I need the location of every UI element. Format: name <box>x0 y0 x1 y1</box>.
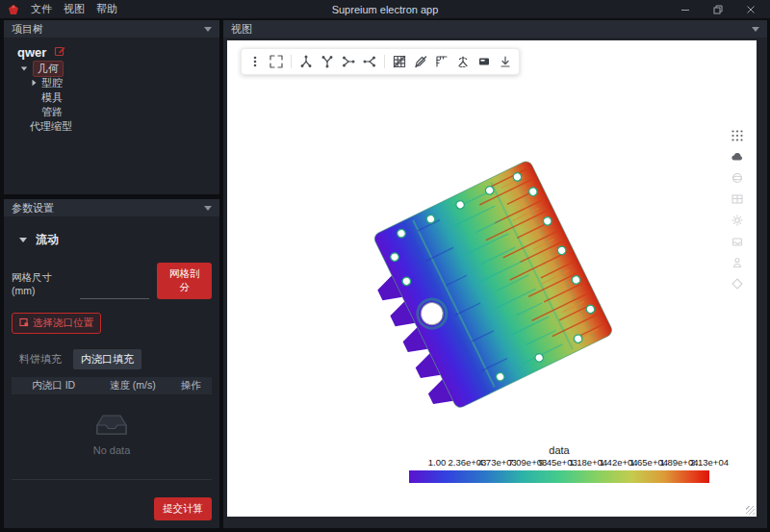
submit-calculation-button[interactable]: 提交计算 <box>154 497 212 520</box>
axes-measure-icon <box>455 54 471 69</box>
axis-view-4-icon <box>362 54 377 69</box>
reset-view-button[interactable] <box>267 52 286 71</box>
mesh-size-input[interactable] <box>80 281 149 299</box>
person-pin-icon[interactable] <box>731 256 744 269</box>
view-toolbar <box>241 48 520 75</box>
tree-item-geometry[interactable]: 几何 <box>20 62 212 75</box>
tree-item-piping[interactable]: 管路 <box>32 105 212 118</box>
gate-table-header: 内浇口 ID 速度 (m/s) 操作 <box>12 377 212 394</box>
section-title: 流动 <box>36 232 59 248</box>
axis-view-1-button[interactable] <box>296 52 316 71</box>
fill-tabs: 料饼填充 内浇口填充 <box>12 349 212 369</box>
colorbar-gradient <box>409 470 709 483</box>
divider <box>12 479 212 480</box>
diamond-icon[interactable] <box>731 277 744 291</box>
tree-item-cavity[interactable]: 型腔 <box>32 76 212 89</box>
scale-ruler-button[interactable] <box>432 52 451 71</box>
section-flow[interactable]: 流动 <box>19 232 212 248</box>
section-expand-icon[interactable] <box>19 238 27 242</box>
edit-icon[interactable] <box>54 45 65 60</box>
column-velocity: 速度 (m/s) <box>95 379 169 393</box>
axis-view-1-icon <box>298 54 314 69</box>
toolbar-separator <box>291 55 292 68</box>
axis-view-2-icon <box>320 54 335 69</box>
tab-inner-gate-fill[interactable]: 内浇口填充 <box>73 349 141 369</box>
tree-item-label: 型腔 <box>41 76 63 90</box>
axis-view-3-icon <box>341 54 356 69</box>
select-region-icon <box>19 317 29 329</box>
close-icon <box>746 5 756 14</box>
column-gate-id: 内浇口 ID <box>12 379 95 393</box>
dots-grid-icon[interactable] <box>731 129 744 142</box>
tab-biscuit-fill[interactable]: 料饼填充 <box>12 349 69 369</box>
gear-icon[interactable] <box>731 214 744 227</box>
project-tree: qwer 几何 型腔 模具 管路 代理缩型 <box>4 38 219 139</box>
scale-ruler-icon <box>434 54 449 69</box>
menu-help[interactable]: 帮助 <box>96 2 117 16</box>
mesh-size-label: 网格尺寸(mm) <box>12 271 70 299</box>
restore-button[interactable] <box>712 4 724 15</box>
axis-view-2-button[interactable] <box>318 52 337 71</box>
viewport-canvas[interactable]: data 1.00 2.36e+03 4.73e+03 7.09e+03 9.4… <box>227 40 757 517</box>
colorbar-tick: 2.13e+04 <box>690 457 729 468</box>
resize-handle-icon[interactable] <box>746 506 755 515</box>
menu-view[interactable]: 视图 <box>64 2 85 16</box>
tray-icon[interactable] <box>731 235 744 248</box>
select-gate-label: 选择浇口位置 <box>33 317 93 330</box>
kebab-menu-icon <box>247 54 263 69</box>
view-header[interactable]: 视图 <box>223 20 767 38</box>
pen-slash-icon <box>413 54 428 69</box>
tree-item-label: 代理缩型 <box>30 119 72 134</box>
screenshot-button[interactable] <box>475 52 494 71</box>
collapse-panel-icon[interactable] <box>204 27 212 32</box>
mesh-divide-button[interactable]: 网格剖分 <box>157 263 212 299</box>
project-name: qwer <box>17 45 46 60</box>
mesh-toggle-button[interactable] <box>390 52 409 71</box>
download-button[interactable] <box>496 52 515 71</box>
colorbar: data 1.00 2.36e+03 4.73e+03 7.09e+03 9.4… <box>409 444 709 483</box>
titlebar: Supreium electron app 文件 视图 帮助 <box>0 0 770 18</box>
toolbar-separator <box>384 55 385 68</box>
axis-view-4-button[interactable] <box>360 52 379 71</box>
view-title: 视图 <box>231 22 252 37</box>
colorbar-ticks: 1.00 2.36e+03 4.73e+03 7.09e+03 9.45e+03… <box>437 457 709 469</box>
table-grid-icon[interactable] <box>731 192 744 206</box>
params-panel: 参数设置 流动 网格尺寸(mm) 网格剖分 选择浇口位置 料饼填充 内浇口填充 … <box>4 199 219 528</box>
restore-icon <box>713 5 723 14</box>
select-gate-button[interactable]: 选择浇口位置 <box>12 313 101 334</box>
kebab-menu-button[interactable] <box>245 52 265 71</box>
colorbar-tick: 1.00 <box>428 457 447 468</box>
collapse-panel-icon[interactable] <box>752 27 759 32</box>
minimize-button[interactable] <box>680 4 691 15</box>
side-toolbar <box>731 129 744 291</box>
app-logo-icon <box>8 4 19 15</box>
project-tree-panel: 项目树 qwer 几何 型腔 模具 管路 代理缩型 <box>4 20 219 194</box>
globe-icon[interactable] <box>731 171 744 185</box>
pen-slash-button[interactable] <box>411 52 430 71</box>
axes-measure-button[interactable] <box>453 52 473 71</box>
collapsed-arrow-icon[interactable] <box>33 80 37 86</box>
view-panel: 视图 <box>223 20 767 528</box>
menu-file[interactable]: 文件 <box>31 2 52 16</box>
download-icon <box>498 54 513 69</box>
reset-view-icon <box>269 54 284 69</box>
tree-item-proxy-model[interactable]: 代理缩型 <box>20 119 212 133</box>
tree-item-mold[interactable]: 模具 <box>32 90 212 104</box>
colorbar-title: data <box>409 444 709 457</box>
screenshot-icon <box>476 54 492 69</box>
project-tree-title: 项目树 <box>12 22 43 37</box>
expanded-arrow-icon[interactable] <box>21 66 27 70</box>
mesh-toggle-icon <box>392 54 407 69</box>
params-title: 参数设置 <box>12 201 54 215</box>
empty-text: No data <box>12 444 212 456</box>
tree-item-project[interactable]: qwer <box>17 43 212 61</box>
collapse-panel-icon[interactable] <box>204 206 212 211</box>
params-header[interactable]: 参数设置 <box>4 199 219 216</box>
project-tree-header[interactable]: 项目树 <box>4 20 219 38</box>
tree-item-label: 模具 <box>41 90 63 105</box>
column-actions: 操作 <box>169 379 212 393</box>
axis-view-3-button[interactable] <box>339 52 358 71</box>
minimize-icon <box>680 5 690 14</box>
cloud-icon[interactable] <box>731 150 744 164</box>
close-button[interactable] <box>745 4 757 15</box>
